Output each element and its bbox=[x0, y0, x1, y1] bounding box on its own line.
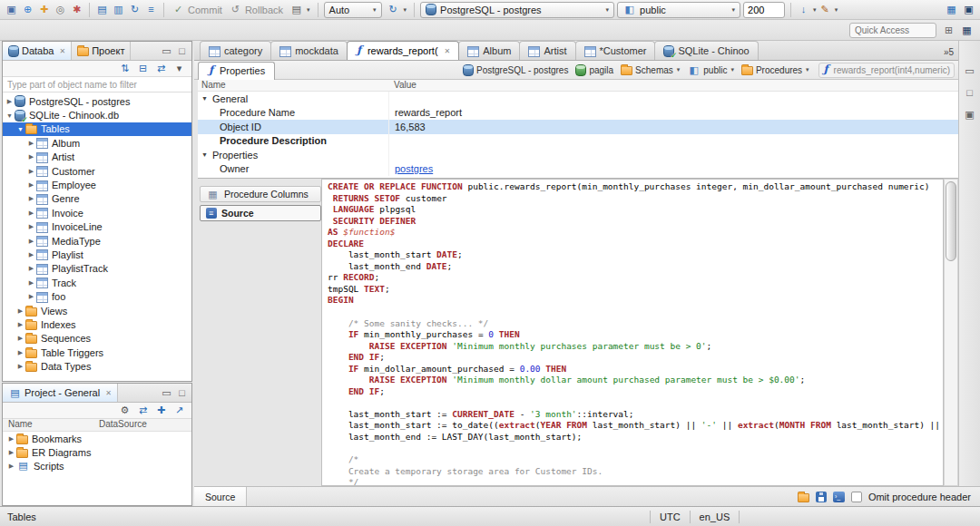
add-item-icon[interactable]: ✚ bbox=[154, 404, 168, 417]
editor-tab-customer[interactable]: *Customer bbox=[575, 41, 656, 60]
tree-item-employee[interactable]: ▶Employee bbox=[3, 178, 191, 191]
transaction-log-button[interactable]: ▤ ▾ bbox=[288, 3, 312, 16]
editor-tab-mockdata[interactable]: mockdata bbox=[270, 41, 348, 60]
tab-project-general[interactable]: ▤ Project - General ✕ bbox=[3, 384, 118, 402]
twistie-icon[interactable]: ▶ bbox=[26, 223, 36, 230]
twistie-icon[interactable]: ▶ bbox=[15, 321, 25, 328]
new-sql-editor-icon[interactable]: ▤ bbox=[95, 3, 109, 16]
twistie-icon[interactable]: ▶ bbox=[15, 349, 25, 356]
link-with-editor-icon[interactable]: ⇄ bbox=[154, 62, 168, 75]
vertical-scrollbar[interactable] bbox=[944, 179, 958, 486]
fetch-size-input[interactable] bbox=[743, 2, 785, 18]
tree-item-data-types[interactable]: ▶Data Types bbox=[3, 359, 191, 373]
twistie-icon[interactable]: ▶ bbox=[26, 238, 36, 245]
twistie-icon[interactable]: ▶ bbox=[26, 195, 36, 202]
collapse-all-icon[interactable]: ⊟ bbox=[136, 62, 150, 75]
source-code[interactable]: CREATE OR REPLACE FUNCTION public.reward… bbox=[328, 181, 943, 485]
breadcrumb-item-pagila[interactable]: pagila bbox=[572, 63, 617, 77]
property-row-owner[interactable]: Ownerpostgres bbox=[198, 162, 958, 177]
save-file-icon[interactable] bbox=[816, 492, 827, 502]
tab-properties[interactable]: Properties bbox=[198, 62, 275, 80]
tree-item-invoiceline[interactable]: ▶InvoiceLine bbox=[3, 220, 191, 234]
tree-item-genre[interactable]: ▶Genre bbox=[3, 192, 191, 206]
link-with-editor-icon[interactable]: ⇄ bbox=[136, 404, 150, 417]
tree-item-playlist[interactable]: ▶Playlist bbox=[3, 248, 191, 261]
twistie-icon[interactable]: ▶ bbox=[26, 209, 36, 217]
tree-item-indexes[interactable]: ▶Indexes bbox=[3, 317, 191, 331]
maximize-view-icon[interactable]: □ bbox=[175, 44, 189, 58]
open-sql-script-icon[interactable]: ▥ bbox=[112, 3, 125, 16]
property-row-object-id[interactable]: Object ID16,583 bbox=[198, 120, 958, 134]
tree-item-views[interactable]: ▶Views bbox=[3, 304, 191, 317]
twistie-icon[interactable]: ▶ bbox=[26, 279, 36, 287]
twistie-icon[interactable]: ▶ bbox=[6, 463, 16, 470]
breadcrumb-item-postgresql-postgres[interactable]: PostgreSQL - postgres bbox=[459, 63, 572, 77]
tab-source-bottom[interactable]: Source bbox=[194, 487, 247, 506]
twistie-icon[interactable]: ▼ bbox=[5, 112, 15, 119]
tree-item-track[interactable]: ▶Track bbox=[3, 276, 191, 289]
breadcrumb-item-rewards-report-int4-numeric[interactable]: rewards_report(int4,numeric) bbox=[818, 63, 955, 78]
new-project-icon[interactable]: ✚ bbox=[37, 3, 51, 16]
twistie-icon[interactable]: ▼ bbox=[201, 95, 211, 102]
workspace-icon[interactable]: ▣ bbox=[5, 3, 18, 16]
export-result-icon[interactable]: ✎ bbox=[818, 3, 832, 16]
spreadsheet-icon[interactable]: ▦ bbox=[945, 3, 958, 16]
active-connection-select[interactable]: PostgreSQL - postgres ▾ bbox=[420, 2, 614, 18]
omit-procedure-header-checkbox[interactable] bbox=[851, 492, 862, 502]
refresh-button[interactable]: ↻ ▾ bbox=[385, 3, 409, 16]
settings-icon[interactable]: ⚙ bbox=[118, 404, 132, 417]
editor-tab-album[interactable]: Album bbox=[458, 41, 520, 60]
tree-item-playlisttrack[interactable]: ▶PlaylistTrack bbox=[3, 262, 191, 276]
tree-item-postgresql-postgres[interactable]: ▶PostgreSQL - postgres bbox=[3, 94, 191, 108]
breadcrumb-item-schemas[interactable]: Schemas▾ bbox=[617, 63, 683, 76]
sql-templates-icon[interactable]: ≡ bbox=[144, 3, 158, 16]
minimize-view-icon[interactable]: ▭ bbox=[963, 64, 976, 78]
expand-panel-icon[interactable]: ↗ bbox=[172, 404, 186, 417]
breadcrumb-item-procedures[interactable]: Procedures▾ bbox=[738, 63, 813, 76]
tree-item-sqlite-chinook-db[interactable]: ▼SQLite - Chinook.db bbox=[3, 108, 191, 122]
new-connection-icon[interactable]: ⊕ bbox=[21, 3, 34, 16]
tree-item-invoice[interactable]: ▶Invoice bbox=[3, 206, 191, 219]
section-procedure-columns[interactable]: ▦Procedure Columns bbox=[200, 186, 321, 202]
tab-projects[interactable]: Проект bbox=[72, 42, 131, 60]
twistie-icon[interactable]: ▶ bbox=[26, 251, 36, 258]
minimize-view-icon[interactable]: ▭ bbox=[160, 386, 173, 400]
view-menu-icon[interactable]: ▾ bbox=[172, 62, 186, 75]
twistie-icon[interactable]: ▶ bbox=[26, 265, 36, 272]
quick-access-input[interactable] bbox=[849, 23, 936, 38]
editor-tab-rewards-report[interactable]: rewards_report(✕ bbox=[347, 41, 459, 60]
project-item-er-diagrams[interactable]: ▶ER Diagrams bbox=[3, 445, 191, 459]
property-row-properties[interactable]: ▼Properties bbox=[198, 148, 958, 162]
editor-tab-artist[interactable]: Artist bbox=[519, 41, 575, 60]
fetch-next-page-icon[interactable]: ↓ bbox=[797, 3, 810, 16]
twistie-icon[interactable]: ▶ bbox=[6, 449, 16, 456]
twistie-icon[interactable]: ▶ bbox=[5, 98, 15, 105]
tree-item-mediatype[interactable]: ▶MediaType bbox=[3, 234, 191, 248]
tree-item-artist[interactable]: ▶Artist bbox=[3, 151, 191, 164]
minimize-view-icon[interactable]: ▭ bbox=[160, 44, 173, 58]
commit-button[interactable]: ✓ Commit bbox=[170, 3, 224, 16]
recent-sql-icon[interactable]: ↻ bbox=[128, 3, 142, 16]
transaction-mode-select[interactable]: Auto ▾ bbox=[324, 2, 382, 18]
project-item-bookmarks[interactable]: ▶Bookmarks bbox=[3, 432, 191, 445]
navigator-filter-input[interactable]: Type part of object name to filter bbox=[3, 77, 191, 93]
tree-item-album[interactable]: ▶Album bbox=[3, 136, 191, 150]
twistie-icon[interactable]: ▼ bbox=[201, 151, 211, 158]
output-console-icon[interactable]: ▣ bbox=[962, 3, 975, 16]
property-row-procedure-name[interactable]: Procedure Namerewards_report bbox=[198, 106, 958, 121]
tree-item-foo[interactable]: ▶foo bbox=[3, 289, 191, 303]
twistie-icon[interactable]: ▶ bbox=[15, 335, 25, 342]
editor-tab-category[interactable]: category bbox=[200, 41, 271, 60]
tree-item-table-triggers[interactable]: ▶Table Triggers bbox=[3, 346, 191, 359]
section-source[interactable]: Source bbox=[200, 205, 321, 221]
options-icon[interactable]: ✱ bbox=[70, 3, 83, 16]
tree-item-sequences[interactable]: ▶Sequences bbox=[3, 332, 191, 346]
tree-item-customer[interactable]: ▶Customer bbox=[3, 164, 191, 178]
hidden-tabs-indicator[interactable]: »5 bbox=[944, 47, 958, 60]
close-icon[interactable]: ✕ bbox=[445, 47, 451, 55]
dbeaver-perspective-icon[interactable]: ▦ bbox=[960, 24, 974, 37]
scrollbar-thumb[interactable] bbox=[946, 181, 956, 261]
twistie-icon[interactable]: ▶ bbox=[26, 181, 36, 189]
twistie-icon[interactable]: ▶ bbox=[26, 153, 36, 161]
maximize-view-icon[interactable]: □ bbox=[963, 86, 976, 100]
